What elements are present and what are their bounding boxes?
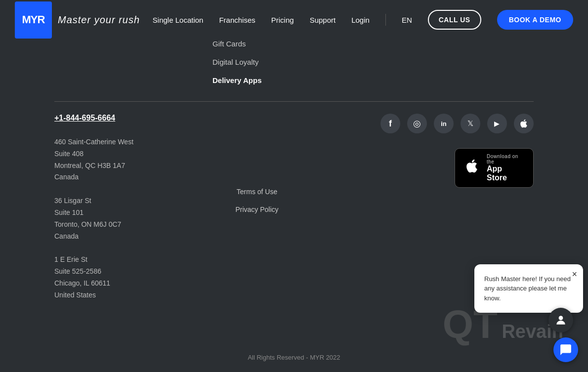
address-chicago: 1 E Erie St Suite 525-2586 Chicago, IL 6… xyxy=(54,254,133,301)
contact-column: +1-844-695-6664 460 Saint-Catherine West… xyxy=(54,114,133,313)
twitter-icon[interactable]: 𝕏 xyxy=(461,114,480,133)
call-us-button[interactable]: CALL US xyxy=(428,10,481,30)
app-store-text: Download on the App Store xyxy=(487,154,524,182)
address-chicago-line2: Suite 525-2586 xyxy=(54,266,133,278)
address-toronto-line1: 36 Lisgar St xyxy=(54,195,133,207)
dropdown-delivery-apps[interactable]: Delivery Apps xyxy=(212,76,262,84)
address-toronto: 36 Lisgar St Suite 101 Toronto, ON M6J 0… xyxy=(54,195,133,242)
download-on-label: Download on the xyxy=(487,154,524,165)
address-montreal-line4: Canada xyxy=(54,171,133,183)
social-icons-row: f ◎ in 𝕏 ▶ xyxy=(380,114,534,133)
youtube-icon[interactable]: ▶ xyxy=(487,114,507,133)
app-store-badge[interactable]: Download on the App Store xyxy=(455,148,534,188)
privacy-policy-link[interactable]: Privacy Policy xyxy=(235,206,278,213)
logo-container: MYR Master your rush xyxy=(15,1,140,39)
chat-bubble-icon xyxy=(559,343,572,356)
nav-links: Single Location Franchises Pricing Suppo… xyxy=(153,10,573,30)
chat-toggle-button[interactable] xyxy=(553,337,578,362)
terms-of-use-link[interactable]: Terms of Use xyxy=(237,188,277,196)
chat-close-button[interactable]: × xyxy=(572,269,577,280)
address-montreal-line1: 460 Saint-Catherine West xyxy=(54,136,133,148)
dropdown-gift-cards[interactable]: Gift Cards xyxy=(212,40,262,48)
nav-lang[interactable]: EN xyxy=(402,16,412,24)
lang-divider xyxy=(385,14,386,26)
address-chicago-line3: Chicago, IL 60611 xyxy=(54,278,133,289)
chat-popup: × Rush Master here! If you need any assi… xyxy=(474,264,583,313)
linkedin-icon[interactable]: in xyxy=(434,114,454,133)
address-montreal: 460 Saint-Catherine West Suite 408 Montr… xyxy=(54,136,133,183)
main-divider xyxy=(54,101,534,102)
navbar: MYR Master your rush Single Location Fra… xyxy=(0,0,588,40)
address-toronto-line4: Canada xyxy=(54,231,133,243)
nav-login[interactable]: Login xyxy=(351,16,370,24)
dropdown-menu: Gift Cards Digital Loyalty Delivery Apps xyxy=(198,30,277,94)
apple-icon xyxy=(464,158,480,178)
appstore-nav-icon[interactable] xyxy=(514,114,534,133)
nav-pricing[interactable]: Pricing xyxy=(271,16,294,24)
nav-support[interactable]: Support xyxy=(310,16,336,24)
footer-links-column: Terms of Use Privacy Policy xyxy=(235,114,278,313)
nav-franchises[interactable]: Franchises xyxy=(219,16,255,24)
address-montreal-line3: Montreal, QC H3B 1A7 xyxy=(54,160,133,172)
chat-avatar xyxy=(548,308,573,332)
bottom-bar: All Rights Reserved - MYR 2022 xyxy=(0,354,588,361)
dropdown-digital-loyalty[interactable]: Digital Loyalty xyxy=(212,58,262,66)
address-toronto-line2: Suite 101 xyxy=(54,207,133,219)
address-chicago-line4: United States xyxy=(54,289,133,301)
address-montreal-line2: Suite 408 xyxy=(54,148,133,160)
phone-number[interactable]: +1-844-695-6664 xyxy=(54,114,133,123)
nav-single-location[interactable]: Single Location xyxy=(153,16,204,24)
copyright-text: All Rights Reserved - MYR 2022 xyxy=(0,354,588,361)
chat-message: Rush Master here! If you need any assist… xyxy=(484,274,573,303)
logo-text: MYR xyxy=(22,13,45,26)
app-store-name: App Store xyxy=(487,165,524,182)
svg-point-0 xyxy=(559,316,563,320)
logo-box: MYR xyxy=(15,1,52,39)
address-chicago-line1: 1 E Erie St xyxy=(54,254,133,266)
facebook-icon[interactable]: f xyxy=(380,114,400,133)
instagram-icon[interactable]: ◎ xyxy=(407,114,427,133)
chat-bot-icon xyxy=(554,314,567,327)
address-toronto-line3: Toronto, ON M6J 0C7 xyxy=(54,219,133,231)
book-demo-button[interactable]: BOOK A DEMO xyxy=(497,10,573,30)
tagline: Master your rush xyxy=(58,14,140,26)
